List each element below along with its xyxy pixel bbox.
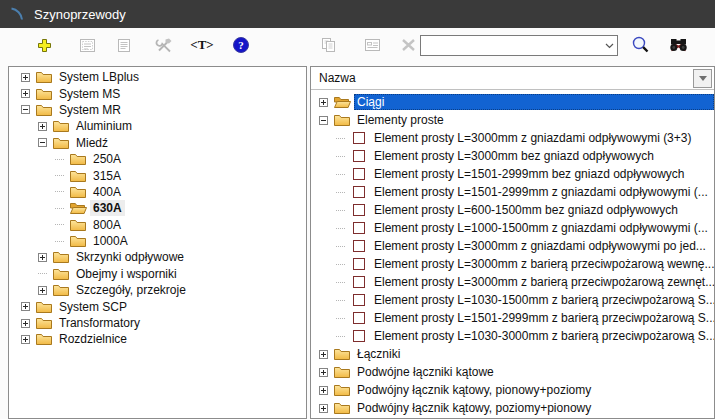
expand-plus-icon[interactable] — [319, 98, 328, 107]
item-checkbox[interactable] — [351, 204, 368, 216]
item-checkbox[interactable] — [351, 294, 368, 306]
tree-item[interactable]: Aluminium — [9, 118, 306, 134]
tree-item[interactable]: Element prosty L=1030-1500mm z barierą p… — [311, 291, 714, 309]
text-tag-icon: <T> — [190, 37, 214, 53]
tree-item[interactable]: 1000A — [9, 233, 306, 249]
expand-plus-icon[interactable] — [21, 302, 30, 311]
item-checkbox[interactable] — [351, 132, 368, 144]
search-input[interactable] — [421, 37, 601, 54]
zoom-search-button[interactable] — [629, 33, 653, 57]
tree-item[interactable]: Podwójny łącznik kątowy, pionowy+poziomy — [311, 381, 714, 399]
name-column-header[interactable]: Nazwa — [311, 67, 714, 90]
tree-item[interactable]: System LBplus — [9, 69, 306, 85]
find-button[interactable] — [666, 33, 690, 57]
text-insert-button[interactable]: <T> — [190, 33, 214, 57]
item-checkbox[interactable] — [351, 240, 368, 252]
tree-item[interactable]: Ciągi — [311, 93, 714, 111]
tree-item[interactable]: 250A — [9, 151, 306, 167]
copy-button — [316, 33, 340, 57]
item-checkbox[interactable] — [351, 150, 368, 162]
tree-item[interactable]: Element prosty L=1501-2999mm z gniazdami… — [311, 183, 714, 201]
folder-icon — [334, 384, 351, 396]
tree-item[interactable]: Element prosty L=3000mm z gniazdami odpł… — [311, 237, 714, 255]
tree-item[interactable]: Element prosty L=3000mm bez gniazd odpły… — [311, 147, 714, 165]
tree-item[interactable]: Skrzynki odpływowe — [9, 249, 306, 265]
expand-plus-icon[interactable] — [21, 335, 30, 344]
folder-icon — [334, 348, 351, 360]
tree-item[interactable]: System MS — [9, 85, 306, 101]
tree-connector — [336, 246, 345, 247]
item-checkbox[interactable] — [351, 186, 368, 198]
expand-plus-icon[interactable] — [21, 89, 30, 98]
tree-item[interactable]: 400A — [9, 184, 306, 200]
tree-item[interactable]: System MR — [9, 102, 306, 118]
tree-item[interactable]: Łączniki — [311, 345, 714, 363]
tree-connector — [336, 264, 345, 265]
collapse-minus-icon[interactable] — [21, 105, 30, 114]
tree-item-label: Element prosty L=3000mm z barierą przeci… — [371, 256, 714, 272]
folder-icon — [70, 235, 87, 247]
tree-item[interactable]: Podwójny łącznik kątowy, poziomy+pionowy — [311, 399, 714, 417]
item-checkbox[interactable] — [351, 276, 368, 288]
expand-plus-icon[interactable] — [319, 404, 328, 413]
expand-plus-icon[interactable] — [38, 286, 47, 295]
combo-dropdown-icon[interactable] — [601, 43, 617, 49]
header-dropdown-button[interactable] — [693, 69, 712, 88]
tree-item[interactable]: Miedź — [9, 135, 306, 151]
tree-item-label: Łączniki — [354, 346, 403, 362]
tree-item[interactable]: System SCP — [9, 298, 306, 314]
tree-item-label: Element prosty L=1501-2999mm z gniazdami… — [371, 184, 711, 200]
item-checkbox[interactable] — [351, 222, 368, 234]
tree-item[interactable]: Element prosty L=1030-3000mm z barierą p… — [311, 327, 714, 345]
search-combobox[interactable] — [420, 35, 618, 56]
expand-plus-icon[interactable] — [38, 253, 47, 262]
tree-item[interactable]: Transformatory — [9, 315, 306, 331]
tree-connector — [336, 336, 345, 337]
tree-item[interactable]: 315A — [9, 167, 306, 183]
expand-plus-icon[interactable] — [319, 386, 328, 395]
tree-item[interactable]: Element prosty L=3000mm z gniazdami odpł… — [311, 129, 714, 147]
tree-item[interactable]: Szczegóły, przekroje — [9, 282, 306, 298]
item-checkbox[interactable] — [351, 330, 368, 342]
tree-item[interactable]: Element prosty L=3000mm z barierą przeci… — [311, 273, 714, 291]
folder-open-icon — [70, 202, 87, 214]
tools-button — [152, 33, 176, 57]
folder-icon — [334, 114, 351, 126]
item-checkbox[interactable] — [351, 168, 368, 180]
tree-item[interactable]: 630A — [9, 200, 306, 216]
folder-icon — [53, 268, 70, 280]
tree-connector — [55, 208, 64, 209]
expand-plus-icon[interactable] — [319, 368, 328, 377]
copy-icon — [320, 37, 337, 53]
tree-item-label: Aluminium — [73, 118, 135, 134]
help-button[interactable]: ? — [229, 33, 253, 57]
collapse-minus-icon[interactable] — [38, 138, 47, 147]
tree-item[interactable]: Rozdzielnice — [9, 331, 306, 347]
tree-item[interactable]: 800A — [9, 217, 306, 233]
chevron-down-icon — [699, 76, 707, 81]
tree-item-label: Element prosty L=3000mm z gniazdami odpł… — [371, 238, 709, 254]
folder-icon — [70, 153, 87, 165]
tree-item[interactable]: Obejmy i wsporniki — [9, 266, 306, 282]
tree-item-label: Podwójne łączniki kątowe — [354, 364, 497, 380]
properties-button — [75, 33, 99, 57]
item-checkbox[interactable] — [351, 312, 368, 324]
tree-item[interactable]: Element prosty L=1501-2999mm bez gniazd … — [311, 165, 714, 183]
add-button[interactable] — [32, 33, 56, 57]
app-icon — [7, 5, 25, 23]
item-checkbox[interactable] — [351, 258, 368, 270]
tree-item[interactable]: Elementy proste — [311, 111, 714, 129]
expand-plus-icon[interactable] — [21, 73, 30, 82]
tree-item[interactable]: Element prosty L=3000mm z barierą przeci… — [311, 255, 714, 273]
tree-item[interactable]: Podwójne łączniki kątowe — [311, 363, 714, 381]
tree-item[interactable]: Element prosty L=1501-2999mm z barierą p… — [311, 309, 714, 327]
expand-plus-icon[interactable] — [319, 350, 328, 359]
tree-item[interactable]: Element prosty L=600-1500mm bez gniazd o… — [311, 201, 714, 219]
tree-item-label: System MR — [56, 102, 124, 118]
collapse-minus-icon[interactable] — [319, 116, 328, 125]
tree-item[interactable]: Element prosty L=1000-1500mm z gniazdami… — [311, 219, 714, 237]
tree-item-label: System SCP — [56, 299, 130, 315]
expand-plus-icon[interactable] — [38, 122, 47, 131]
folder-icon — [70, 186, 87, 198]
expand-plus-icon[interactable] — [21, 319, 30, 328]
